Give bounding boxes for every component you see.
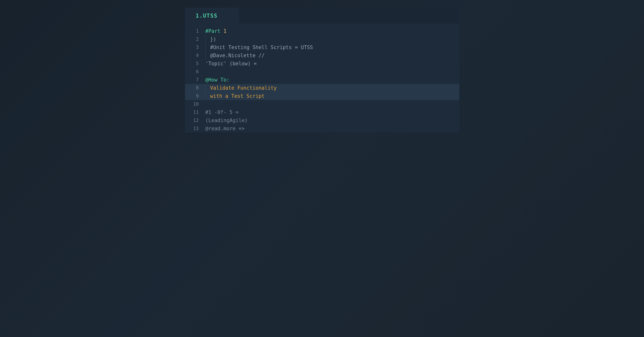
editor-container: 1.UTSS 1#Part 12})3#Unit Testing Shell S… xyxy=(185,8,459,132)
line-number: 4 xyxy=(190,53,199,58)
code-line[interactable]: 10 xyxy=(185,100,459,108)
code-line[interactable]: 13@read.more => xyxy=(185,124,459,132)
code-editor[interactable]: 1#Part 12})3#Unit Testing Shell Scripts … xyxy=(185,24,459,132)
code-line[interactable]: 5'Topic' (below) = xyxy=(185,60,459,68)
code-line[interactable]: 1#Part 1 xyxy=(185,27,459,35)
line-content: #Unit Testing Shell Scripts = UTSS xyxy=(206,44,313,50)
line-content: (LeadingAgile) xyxy=(199,118,248,123)
code-line[interactable]: 3#Unit Testing Shell Scripts = UTSS xyxy=(185,43,459,52)
line-number: 3 xyxy=(190,45,199,50)
line-number: 5 xyxy=(190,61,199,66)
tab-label: 1.UTSS xyxy=(196,12,218,19)
line-number: 7 xyxy=(190,77,199,82)
tab-empty-4[interactable] xyxy=(405,8,459,24)
code-line[interactable]: 12(LeadingAgile) xyxy=(185,116,459,124)
tab-empty-3[interactable] xyxy=(350,8,404,24)
tab-empty-2[interactable] xyxy=(295,8,349,24)
line-number: 13 xyxy=(190,126,199,131)
code-line[interactable]: 11#1 -0f- 5 = xyxy=(185,108,459,116)
tabs-row: 1.UTSS xyxy=(185,8,459,24)
line-content: }) xyxy=(206,36,216,42)
code-line[interactable]: 2}) xyxy=(185,35,459,43)
line-number: 10 xyxy=(190,102,199,107)
line-number: 2 xyxy=(190,36,199,42)
line-number: 12 xyxy=(190,118,199,123)
line-content: @Dave.Nicolette // xyxy=(206,52,265,58)
code-line[interactable]: 4@Dave.Nicolette // xyxy=(185,52,459,60)
code-line[interactable]: 8Validate Functionality xyxy=(185,84,459,92)
line-content: @How To: xyxy=(199,77,230,83)
line-content: #1 -0f- 5 = xyxy=(199,109,239,115)
line-number: 1 xyxy=(190,28,199,34)
code-line[interactable]: 7@How To: xyxy=(185,76,459,84)
code-line[interactable]: 9with a Test Script xyxy=(185,92,459,100)
tab-empty-1[interactable] xyxy=(240,8,294,24)
line-content: with a Test Script xyxy=(206,93,265,99)
line-number: 11 xyxy=(190,110,199,115)
code-line[interactable]: 6 xyxy=(185,68,459,76)
line-number: 9 xyxy=(190,93,199,99)
tab-utss[interactable]: 1.UTSS xyxy=(185,8,240,24)
line-content: 'Topic' (below) = xyxy=(199,61,257,66)
line-number: 6 xyxy=(190,69,199,74)
line-content: #Part 1 xyxy=(199,28,227,34)
line-content: Validate Functionality xyxy=(206,85,277,91)
line-number: 8 xyxy=(190,85,199,91)
line-content: @read.more => xyxy=(199,126,245,132)
